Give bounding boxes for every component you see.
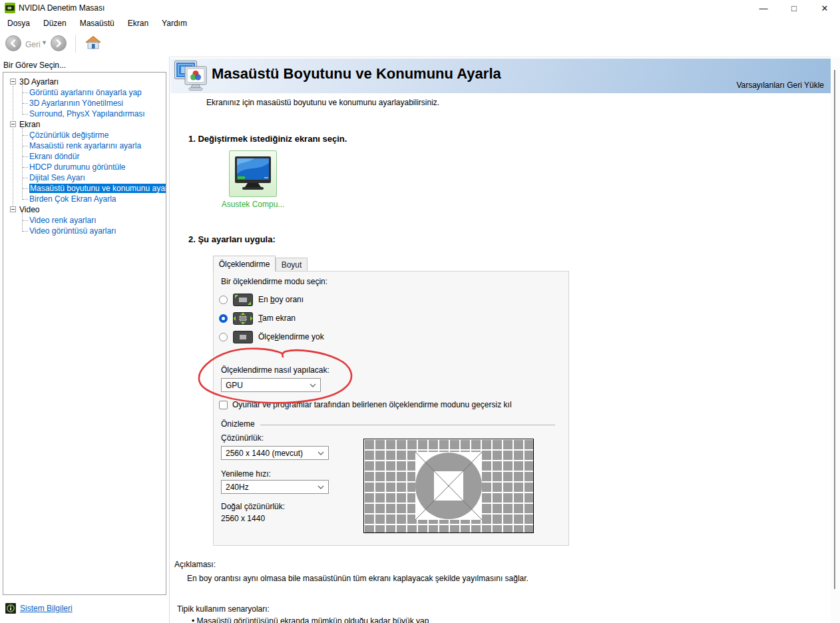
perform-scaling-select[interactable]: GPU [221, 378, 321, 392]
home-button[interactable] [85, 35, 101, 51]
window-controls: — □ ✕ [748, 0, 840, 16]
radio-label: En boy oranı [258, 295, 304, 304]
tree-item-dijital-ses[interactable]: Dijital Ses Ayarı [5, 172, 164, 183]
tree-group-label: 3D Ayarları [19, 77, 59, 87]
group-divider [260, 425, 555, 425]
menu-yardim[interactable]: Yardım [155, 17, 194, 30]
system-info-label: Sistem Bilgileri [20, 604, 73, 613]
override-scaling-label: Oyunlar ve programlar tarafından belirle… [232, 400, 512, 409]
override-scaling-row: Oyunlar ve programlar tarafından belirle… [219, 400, 512, 409]
vertical-scrollbar[interactable] [831, 57, 840, 623]
refresh-rate-value: 240Hz [226, 483, 249, 492]
toolbar-separator [75, 35, 76, 53]
window-title: NVIDIA Denetim Masası [19, 3, 105, 13]
tree-item-video-renk[interactable]: Video renk ayarları [5, 215, 164, 226]
collapse-icon[interactable] [10, 79, 16, 85]
scaling-preview-test-pattern [363, 439, 534, 533]
minimize-button[interactable]: — [748, 0, 779, 16]
tree-item-renk-ayarlari[interactable]: Masaüstü renk ayarlarını ayarla [5, 140, 164, 151]
menu-dosya[interactable]: Dosya [1, 17, 37, 30]
refresh-rate-label: Yenileme hızı: [221, 469, 271, 479]
system-info-link[interactable]: Sistem Bilgileri [5, 603, 73, 614]
refresh-rate-select[interactable]: 240Hz [221, 480, 329, 494]
nvidia-control-panel-window: { "window": { "title": "NVIDIA Denetim M… [0, 0, 840, 623]
forward-button[interactable] [51, 35, 67, 51]
forward-arrow-icon [53, 38, 64, 49]
perform-scaling-value: GPU [226, 381, 243, 390]
tree-item-birden-cok-ekran[interactable]: Birden Çok Ekran Ayarla [5, 194, 164, 204]
monitor-icon [234, 156, 272, 191]
tree-item-goruntu-onayar[interactable]: Görüntü ayarlarını önayarla yap [5, 87, 164, 98]
radio-button [219, 333, 228, 341]
task-tree: 3D Ayarları Görüntü ayarlarını önayarla … [5, 77, 164, 236]
collapse-icon[interactable] [10, 206, 16, 212]
description-text: En boy orantısı aynı olmasa bile masaüst… [187, 574, 528, 583]
close-button[interactable]: ✕ [809, 0, 840, 16]
tree-children: Görüntü ayarlarını önayarla yap 3D Ayarl… [5, 87, 164, 119]
tree-item-cozunurluk[interactable]: Çözünürlük değiştirme [5, 130, 164, 140]
tree-item-3d-yonetim[interactable]: 3D Ayarlarının Yönetilmesi [5, 98, 164, 108]
scaling-mode-label: Bir ölçeklendirme modu seçin: [221, 277, 327, 286]
full-screen-icon [233, 312, 253, 325]
resolution-label: Çözünürlük: [221, 433, 264, 443]
tree-group-video[interactable]: Video [5, 204, 164, 215]
tree-item-ekrani-dondur[interactable]: Ekranı döndür [5, 151, 164, 162]
radio-label: Ölçeklendirme yok [258, 332, 324, 341]
menu-duzen[interactable]: Düzen [37, 17, 73, 30]
scrollbar-thumb[interactable] [834, 70, 835, 589]
radio-option-no-scaling[interactable]: Ölçeklendirme yok [219, 330, 324, 343]
menu-ekran[interactable]: Ekran [121, 17, 155, 30]
radio-option-full-screen[interactable]: Tam ekran [219, 312, 296, 325]
section2-title: 2. Şu ayarları uygula: [188, 234, 276, 244]
resolution-select[interactable]: 2560 x 1440 (mevcut) [221, 446, 329, 460]
display-selector-tile[interactable] [229, 150, 277, 197]
chevron-down-icon [317, 451, 324, 455]
tree-item-masaustu-boyutu-selected[interactable]: Masaüstü boyutunu ve konumunu ayarla [5, 183, 164, 194]
radio-option-aspect-ratio[interactable]: En boy oranı [219, 293, 304, 306]
tree-item-surround-physx[interactable]: Surround, PhysX Yapılandırması [5, 108, 164, 119]
menu-bar: Dosya Düzen Masaüstü Ekran Yardım [0, 16, 840, 31]
usage-bullet: • Masaüstü görüntüsünü ekranda mümkün ol… [192, 616, 429, 623]
restore-defaults-button[interactable]: Varsayılanları Geri Yükle [736, 81, 824, 90]
native-resolution-value: 2560 x 1440 [221, 514, 265, 523]
display-name-label: Asustek Compu... [213, 200, 293, 209]
tab-olceklendirme[interactable]: Ölçeklendirme [213, 256, 276, 272]
back-history-caret-icon[interactable]: ▼ [41, 39, 47, 46]
chevron-down-icon [317, 485, 324, 489]
maximize-button[interactable]: □ [779, 0, 809, 16]
usage-title: Tipik kullanım senaryoları: [177, 604, 270, 614]
chevron-down-icon [310, 383, 316, 387]
tree-item-video-goruntu[interactable]: Video görüntüsü ayarları [5, 226, 164, 236]
menu-masaustu[interactable]: Masaüstü [73, 17, 121, 30]
page-subtitle: Ekranınız için masaüstü boyutunu ve konu… [206, 98, 439, 107]
aspect-ratio-icon [233, 294, 253, 306]
back-button[interactable] [5, 35, 21, 51]
tree-children: Video renk ayarları Video görüntüsü ayar… [5, 215, 164, 236]
collapse-icon[interactable] [10, 121, 16, 127]
tab-boyut[interactable]: Boyut [276, 258, 308, 272]
description-title: Açıklaması: [174, 560, 216, 569]
resolution-value: 2560 x 1440 (mevcut) [226, 449, 303, 458]
title-bar: NVIDIA Denetim Masası — □ ✕ [0, 0, 840, 16]
section1-title: 1. Değiştirmek istediğiniz ekranı seçin. [188, 134, 347, 144]
page-banner: Masaüstü Boyutunu ve Konumunu Ayarla Var… [170, 59, 831, 93]
override-scaling-checkbox[interactable] [219, 401, 228, 409]
task-sidebar: Bir Görev Seçin... 3D Ayarları Görüntü a… [0, 57, 170, 623]
back-arrow-icon [8, 38, 19, 49]
tree-children: Çözünürlük değiştirme Masaüstü renk ayar… [5, 130, 164, 204]
native-resolution-label: Doğal çözünürlük: [221, 502, 285, 511]
tree-group-3d-ayarlari[interactable]: 3D Ayarları [5, 77, 164, 87]
sidebar-header: Bir Görev Seçin... [3, 61, 66, 70]
preview-group-label: Önizleme [221, 419, 255, 429]
scaling-panel: Bir ölçeklendirme modu seçin: En boy ora… [213, 271, 569, 546]
preview-group: Önizleme [221, 419, 555, 429]
no-scaling-icon [233, 331, 253, 343]
toolbar: Geri ▼ [0, 31, 840, 57]
info-icon [5, 603, 16, 614]
tree-group-ekran[interactable]: Ekran [5, 119, 164, 130]
nvidia-logo-icon [5, 3, 15, 13]
dual-monitor-icon [174, 61, 208, 91]
perform-scaling-label: Ölçeklendirme nasıl yapılacak: [221, 365, 329, 375]
radio-button-checked [219, 314, 228, 323]
tree-item-hdcp[interactable]: HDCP durumunu görüntüle [5, 162, 164, 172]
